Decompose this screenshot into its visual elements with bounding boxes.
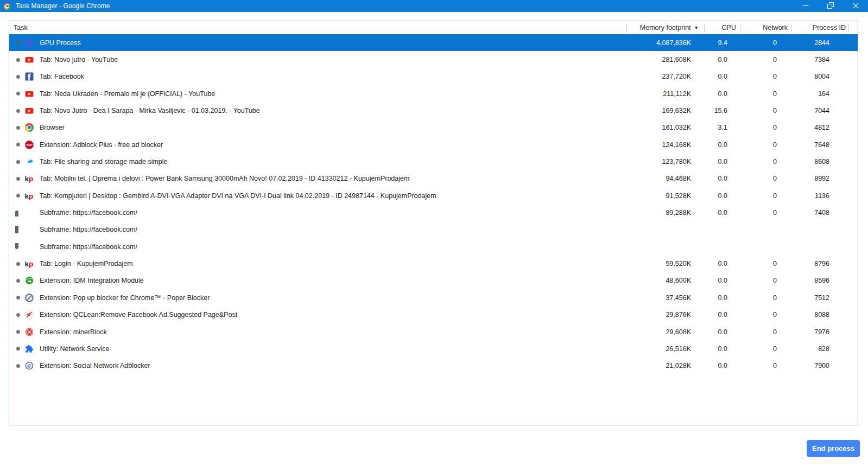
process-bullet-icon — [16, 279, 20, 283]
task-name: Extension: IDM Integration Module — [40, 277, 144, 284]
task-name: Extension: QCLean:Remove Facebook Ad,Sug… — [40, 311, 237, 319]
column-header-process-id[interactable]: Process ID — [792, 21, 849, 34]
cpu-value: 0.0 — [705, 73, 740, 80]
close-icon — [853, 1, 859, 11]
process-row[interactable]: Tab: Novo Jutro - Dea I Sarapa - Mirka V… — [9, 102, 858, 119]
task-manager-window: { "titlebar": { "title": "Task Manager -… — [0, 0, 868, 465]
minimize-button[interactable] — [793, 0, 818, 12]
process-row[interactable]: kp Tab: Kompjuteri | Desktop : Gembird A… — [9, 187, 858, 204]
process-id-value: 7900 — [792, 362, 849, 370]
network-value: 0 — [740, 73, 792, 80]
memory-footprint-value: 4,087,836K — [627, 39, 705, 47]
network-value: 0 — [740, 158, 792, 165]
column-header-task[interactable]: Task — [9, 21, 627, 34]
process-row[interactable]: kp Tab: Mobilni tel. | Oprema i delovi :… — [9, 170, 858, 187]
window-title: Task Manager - Google Chrome — [16, 2, 110, 10]
cpu-value: 0.0 — [705, 345, 740, 353]
network-value: 0 — [740, 294, 792, 302]
memory-footprint-value: 281,608K — [627, 56, 705, 63]
close-button[interactable] — [843, 0, 868, 12]
memory-footprint-value: 26,516K — [627, 345, 705, 353]
network-value: 0 — [740, 209, 792, 216]
network-value: 0 — [740, 39, 792, 47]
network-value: 0 — [740, 277, 792, 284]
process-bullet-icon — [16, 296, 20, 300]
network-value: 0 — [740, 90, 792, 98]
process-row[interactable]: Extension: minerBlock 29,608K 0.0 0 7976 — [9, 323, 858, 340]
cpu-value: 0.0 — [705, 294, 740, 302]
process-row[interactable]: Extension: QCLean:Remove Facebook Ad,Sug… — [9, 307, 858, 323]
process-row[interactable]: Browser 161,032K 3.1 0 4812 — [9, 119, 858, 136]
process-row-selected[interactable]: GPU Process 4,087,836K 9.4 0 2844 — [9, 34, 858, 51]
titlebar[interactable]: Task Manager - Google Chrome — [0, 0, 868, 12]
adblock-plus-icon: ABP — [25, 141, 34, 149]
process-row[interactable]: Subframe: https://facebook.com/ 89,288K … — [9, 204, 858, 221]
cpu-value: 0.0 — [705, 158, 740, 165]
restore-button[interactable] — [818, 0, 843, 12]
process-id-value: 2844 — [792, 39, 849, 47]
process-id-value: 7648 — [792, 141, 849, 149]
process-bullet-icon — [16, 330, 20, 334]
process-row[interactable]: Subframe: https://facebook.com/ — [9, 221, 858, 238]
memory-footprint-value: 237,720K — [627, 73, 705, 80]
memory-footprint-value: 59,520K — [627, 260, 705, 267]
social-network-adblocker-icon: @ — [25, 361, 34, 370]
cpu-value: 0.0 — [705, 56, 740, 63]
process-bullet-icon — [16, 262, 20, 266]
subframe-group-bar — [15, 243, 18, 249]
sort-desc-icon: ▼ — [694, 25, 699, 30]
task-name: Tab: Mobilni tel. | Oprema i delovi : Po… — [40, 175, 409, 182]
process-bullet-icon — [16, 177, 20, 181]
process-row[interactable]: Tab: Novo jutro - YouTube 281,608K 0.0 0… — [9, 51, 858, 68]
memory-footprint-value: 91,528K — [627, 192, 705, 200]
mediafire-icon — [25, 157, 34, 166]
memory-footprint-value: 37,456K — [627, 294, 705, 302]
process-bullet-icon — [16, 75, 20, 79]
svg-text:ABP: ABP — [26, 143, 33, 146]
memory-footprint-value: 123,780K — [627, 158, 705, 165]
cpu-value: 0.0 — [705, 311, 740, 319]
process-row[interactable]: ABP Extension: Adblock Plus - free ad bl… — [9, 136, 858, 153]
process-row[interactable]: Tab: Neda Ukraden - Premalo mi je (OFFIC… — [9, 85, 858, 102]
process-row[interactable]: Extension: Pop up blocker for Chrome™ - … — [9, 289, 858, 306]
process-bullet-icon — [16, 58, 20, 62]
facebook-icon — [25, 72, 34, 81]
task-name: Extension: Pop up blocker for Chrome™ - … — [40, 294, 210, 302]
cpu-value: 0.0 — [705, 192, 740, 200]
process-bullet-icon — [16, 143, 20, 146]
subframe-group-bar — [15, 211, 18, 216]
process-row[interactable]: Tab: Facebook 237,720K 0.0 0 8004 — [9, 68, 858, 85]
column-header-network[interactable]: Network — [740, 21, 792, 34]
cpu-value: 3.1 — [705, 124, 740, 131]
process-row[interactable]: Utility: Network Service 26,516K 0.0 0 8… — [9, 340, 858, 357]
memory-footprint-value: 169,632K — [627, 107, 705, 114]
task-name: Tab: Neda Ukraden - Premalo mi je (OFFIC… — [40, 90, 215, 98]
process-row[interactable]: kp Tab: Login - KupujemProdajem 59,520K … — [9, 255, 858, 272]
svg-text:@: @ — [27, 363, 31, 368]
process-id-value: 1136 — [792, 192, 849, 200]
memory-footprint-value: 124,168K — [627, 141, 705, 149]
process-id-value: 164 — [792, 90, 849, 98]
process-id-value: 8596 — [792, 277, 849, 284]
process-row[interactable]: Tab: File sharing and storage made simpl… — [9, 153, 858, 170]
process-row[interactable]: Subframe: https://facebook.com/ — [9, 238, 858, 255]
column-header-cpu[interactable]: CPU — [705, 21, 740, 34]
network-value: 0 — [740, 124, 792, 131]
process-id-value: 4812 — [792, 124, 849, 131]
network-value: 0 — [740, 311, 792, 319]
svg-text:kp: kp — [25, 192, 33, 200]
process-bullet-icon — [16, 313, 20, 317]
column-header-memory-footprint[interactable]: Memory footprint ▼ — [627, 21, 705, 34]
memory-footprint-value: 48,600K — [627, 277, 705, 284]
network-value: 0 — [740, 107, 792, 114]
restore-icon — [827, 1, 834, 11]
process-row[interactable]: Extension: IDM Integration Module 48,600… — [9, 272, 858, 289]
task-name: Browser — [40, 124, 65, 131]
process-bullet-icon — [16, 347, 20, 351]
process-row[interactable]: @ Extension: Social Network Adblocker 21… — [9, 358, 858, 374]
end-process-button[interactable]: End process — [807, 440, 860, 457]
gpu-puzzle-icon — [25, 39, 34, 47]
cpu-value: 0.0 — [705, 362, 740, 370]
process-id-value: 7384 — [792, 56, 849, 63]
kupujemprodajem-icon: kp — [25, 174, 34, 183]
